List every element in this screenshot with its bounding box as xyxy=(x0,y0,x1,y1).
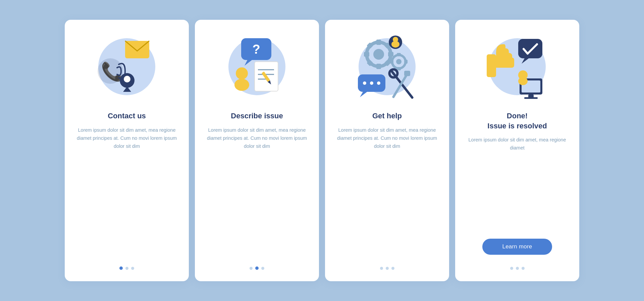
dot-1 xyxy=(510,267,513,270)
cards-container: 📞 Contact us Lorem ipsum dol xyxy=(51,6,593,295)
dot-3 xyxy=(261,267,264,270)
card-describe-issue: ? xyxy=(195,20,319,281)
svg-point-31 xyxy=(396,59,401,64)
dot-2 xyxy=(125,267,128,270)
svg-rect-33 xyxy=(397,67,401,70)
dot-3 xyxy=(131,267,134,270)
svg-rect-46 xyxy=(518,39,542,58)
dot-2 xyxy=(516,267,519,270)
svg-rect-19 xyxy=(376,40,381,45)
svg-rect-51 xyxy=(524,97,538,99)
dot-3 xyxy=(522,267,525,270)
done-illustration xyxy=(480,30,554,104)
card-1-text: Lorem ipsum dolor sit dim amet, mea regi… xyxy=(75,126,179,150)
card-2-dots xyxy=(250,266,264,270)
svg-rect-32 xyxy=(397,53,401,56)
card-3-text: Lorem ipsum dolor sit dim amet, mea regi… xyxy=(335,126,439,150)
svg-marker-40 xyxy=(360,91,368,97)
card-2-title: Describe issue xyxy=(231,111,283,121)
card-1-dots xyxy=(119,266,134,270)
svg-point-4 xyxy=(124,76,130,82)
card-contact-us: 📞 Contact us Lorem ipsum dol xyxy=(65,20,189,281)
get-help-illustration xyxy=(350,30,424,104)
dot-1 xyxy=(250,267,253,270)
dot-3 xyxy=(391,267,394,270)
svg-marker-47 xyxy=(522,58,530,64)
svg-point-39 xyxy=(377,81,380,85)
dot-2 xyxy=(386,267,389,270)
svg-marker-8 xyxy=(245,59,253,66)
svg-rect-22 xyxy=(388,52,393,57)
svg-rect-20 xyxy=(376,64,381,69)
svg-point-29 xyxy=(391,41,399,48)
svg-point-38 xyxy=(370,81,373,85)
card-get-help: Get help Lorem ipsum dolor sit dim amet,… xyxy=(325,20,449,281)
svg-rect-34 xyxy=(390,60,393,64)
card-3-title: Get help xyxy=(372,111,402,121)
svg-rect-21 xyxy=(364,52,369,57)
svg-rect-45 xyxy=(487,54,496,77)
describe-issue-illustration: ? xyxy=(220,30,294,104)
svg-marker-5 xyxy=(123,86,131,92)
dot-2 xyxy=(255,266,259,270)
svg-point-10 xyxy=(234,79,249,91)
svg-point-53 xyxy=(518,77,528,85)
svg-point-9 xyxy=(236,67,248,79)
learn-more-button[interactable]: Learn more xyxy=(482,239,552,255)
svg-point-37 xyxy=(363,81,366,85)
svg-rect-35 xyxy=(404,60,408,64)
card-4-text: Lorem ipsum dolor sit dim amet, mea regi… xyxy=(465,136,569,152)
card-2-text: Lorem ipsum dolor sit dim amet, mea regi… xyxy=(205,126,309,150)
svg-point-18 xyxy=(373,49,384,60)
dot-1 xyxy=(380,267,383,270)
card-4-dots xyxy=(510,267,525,270)
card-done: Done! Issue is resolved Lorem ipsum dolo… xyxy=(455,20,579,281)
contact-us-illustration: 📞 xyxy=(90,30,164,104)
card-4-title: Done! Issue is resolved xyxy=(487,111,547,131)
dot-1 xyxy=(119,266,123,270)
svg-text:?: ? xyxy=(252,42,260,56)
svg-rect-44 xyxy=(404,71,410,76)
card-1-title: Contact us xyxy=(108,111,146,121)
card-3-dots xyxy=(380,267,394,270)
